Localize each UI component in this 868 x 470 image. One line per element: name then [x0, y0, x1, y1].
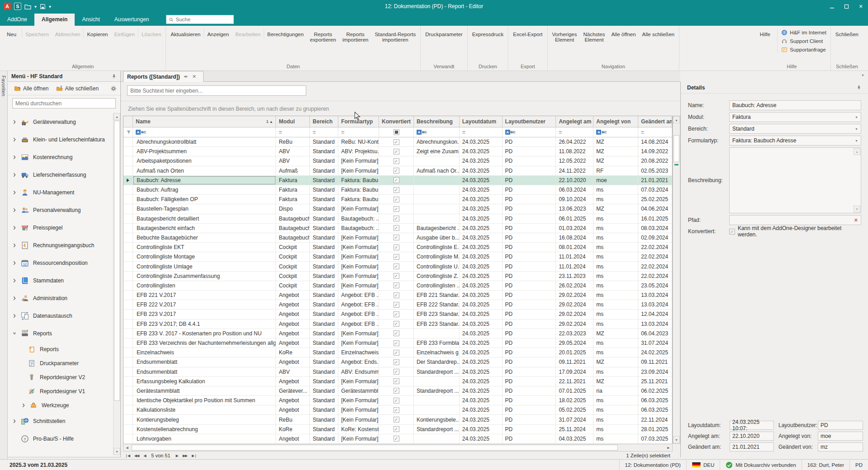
ribbon-button-neu[interactable]: Neu — [1, 28, 22, 38]
column-header-name[interactable]: Name1▲ — [133, 116, 276, 127]
table-row[interactable]: KalkulationslisteAngebotStandard[Kein Fo… — [123, 405, 672, 415]
sidebar-item-reportdesigner-v1[interactable]: Reportdesigner V1 — [8, 384, 112, 398]
checkbox-filter-icon[interactable] — [394, 129, 399, 135]
table-row[interactable]: EndsummenblattAngebotStandardAngebot: En… — [123, 357, 672, 367]
minimize-button[interactable] — [825, 0, 839, 13]
dropdown-arrow-icon[interactable]: ▼ — [855, 116, 858, 119]
table-row[interactable]: Aufmaß nach OrtenAufmaßStandard[Kein For… — [123, 166, 672, 176]
column-header-beschreibung[interactable]: Beschreibung — [414, 116, 460, 127]
filter-cell-geändert-am[interactable]: = — [638, 127, 672, 137]
close-button[interactable]: ✕ — [854, 0, 868, 13]
table-row[interactable]: EFB 223 V.2017; DB 4.4.1AngebotStandardA… — [123, 320, 672, 329]
table-row[interactable]: GerätestammblattGerätever...StandardGerä… — [123, 386, 672, 396]
sidebar-item-reports[interactable]: Reports — [8, 342, 112, 356]
column-header-layoutbenutzer[interactable]: Layoutbenutzer — [503, 116, 556, 127]
table-row[interactable]: EFB 222 V.2017AngebotStandardAngebot: EF… — [123, 300, 672, 310]
ribbon-button-expressdruck[interactable]: Expressdruck — [469, 28, 507, 38]
scrollbar-thumb[interactable] — [674, 135, 679, 162]
table-row[interactable]: Baubuch: AuftragFakturaStandardFaktura: … — [123, 185, 672, 195]
pin-icon[interactable] — [856, 85, 862, 90]
grid-search-box[interactable] — [127, 85, 306, 96]
quickaccess-dropdown-icon[interactable]: ▾ — [49, 4, 51, 9]
sidebar-item-pro-bau-s-hilfe[interactable]: ?Pro-Bau/S - Hilfe — [8, 430, 112, 447]
sidebar-item-klein-und-lieferscheinfaktura[interactable]: Klein- und Lieferscheinfaktura — [8, 131, 112, 148]
sidebar-scrollbar[interactable]: ▲ ▼ — [113, 113, 120, 455]
filter-cell-modul[interactable]: = — [276, 127, 310, 137]
table-row[interactable]: Baubuch: AdresseFakturaStandardFaktura: … — [123, 176, 672, 185]
dropdown-arrow-icon[interactable]: ▼ — [855, 127, 858, 131]
nav-prev-button[interactable]: ◀ — [142, 453, 147, 458]
ribbon-link-h-f-im-internet[interactable]: H&F im Internet — [781, 29, 826, 36]
ribbon-button-kopieren[interactable]: Kopieren — [84, 28, 111, 38]
save-icon[interactable] — [40, 4, 46, 9]
table-row[interactable]: Baustellen-TagesplanDispoStandard[Kein F… — [123, 204, 672, 214]
description-textarea[interactable]: ▲▼ — [729, 147, 861, 213]
sidebar-item-ressourcendisposition[interactable]: 12Ressourcendisposition — [8, 254, 112, 272]
sidebar-item-druckparameter[interactable]: Druckparameter — [8, 356, 112, 370]
table-row[interactable]: Controllingliste EKTCockpitStandard[Kein… — [123, 243, 672, 252]
table-row[interactable]: Controllingliste UmlageCockpitStandard[K… — [123, 262, 672, 271]
scroll-up-icon[interactable]: ▲ — [673, 116, 680, 123]
table-row[interactable]: LohnvorgabenAngebotStandard[Kein Formula… — [123, 434, 672, 444]
table-row[interactable]: Bautagesbericht einfachBautagebuchStanda… — [123, 224, 672, 233]
scroll-right-icon[interactable]: ▶ — [665, 444, 672, 451]
sidebar-item-datenaustausch[interactable]: Datenaustausch — [8, 307, 112, 324]
scrollbar-thumb[interactable] — [132, 445, 618, 451]
maximize-button[interactable] — [839, 0, 854, 13]
ribbon-link-supportanfrage[interactable]: Supportanfrage — [781, 47, 826, 53]
filter-cell-formulartyp[interactable]: = — [338, 127, 379, 137]
clear-path-icon[interactable]: ✕ — [854, 217, 858, 223]
status-language[interactable]: DEU — [686, 460, 720, 470]
grid-horizontal-scrollbar[interactable]: ◀ ▶ — [123, 444, 673, 451]
favorites-strip[interactable]: Favoriten — [0, 71, 8, 459]
favorites-tab[interactable]: Favoriten — [1, 75, 6, 96]
scroll-down-icon[interactable]: ▼ — [114, 448, 120, 455]
filter-cell-bereich[interactable]: = — [310, 127, 338, 137]
sidebar-search-box[interactable] — [12, 98, 116, 108]
menu-tab-ansicht[interactable]: Ansicht — [75, 14, 107, 26]
filter-cell-layoutdatum[interactable]: = — [460, 127, 503, 137]
table-row[interactable]: Controllingliste MontageCockpitStandard[… — [123, 252, 672, 262]
open-file-icon[interactable] — [24, 4, 31, 9]
ribbon-button-anzeigen[interactable]: Anzeigen — [204, 28, 232, 38]
open-all-button[interactable]: Alle öffnen — [11, 84, 52, 93]
table-row[interactable]: KostenstellenabrechnungKoReStandardKoRe:… — [123, 425, 672, 434]
sidebar-item-reportdesigner-v2[interactable]: Reportdesigner V2 — [8, 370, 112, 384]
menu-tab-allgemein[interactable]: Allgemein — [34, 14, 75, 26]
nav-next-page-button[interactable]: ▶▶ — [181, 453, 189, 458]
nav-next-button[interactable]: ▶ — [174, 453, 180, 458]
column-header-angelegt-am[interactable]: Angelegt am — [556, 116, 593, 127]
table-row[interactable]: Bautagesbericht detailliertBautagebuchSt… — [123, 214, 672, 224]
ribbon-button-berechtigungen[interactable]: Berechtigungen — [264, 28, 307, 38]
sidebar-item-kostenrechnung[interactable]: Kostenrechnung — [8, 148, 112, 166]
modul-input[interactable]: Faktura▼ — [729, 112, 861, 122]
ribbon-link-support-client[interactable]: Support Client — [781, 38, 826, 44]
table-row[interactable]: KontierungsbelegReBuStandard[Kein Formul… — [123, 415, 672, 424]
sidebar-item-werkzeuge[interactable]: Werkzeuge — [8, 398, 112, 412]
filter-cell-angelegt-am[interactable]: = — [556, 127, 593, 137]
ribbon-search-box[interactable] — [166, 15, 234, 24]
column-header-modul[interactable]: Modul — [276, 116, 310, 127]
table-row[interactable]: ArbeitspaketpositionenABVStandard[Kein F… — [123, 156, 672, 166]
table-row[interactable]: Erfassungsbeleg KalkulationAngebotStanda… — [123, 377, 672, 386]
table-row[interactable]: Baubuch: Fälligkeiten OPFakturaStandardF… — [123, 195, 672, 204]
sidebar-item-rechnungseingangsbuch[interactable]: €Rechnungseingangsbuch — [8, 236, 112, 254]
scroll-down-icon[interactable]: ▼ — [673, 436, 680, 443]
collapse-panel-icon[interactable]: ▼ — [861, 74, 864, 77]
sidebar-item-geräteverwaltung[interactable]: Geräteverwaltung — [8, 113, 112, 131]
tab-reports-standard[interactable]: Reports ([Standard]) ✕ — [123, 71, 204, 82]
table-row[interactable]: EFB 233 Verzeichnis der Nachunternehmerl… — [123, 338, 672, 348]
table-row[interactable]: AbrechnungskontrollblattReBuStandardReBu… — [123, 137, 672, 147]
table-row[interactable]: EFB 233 V. 2017 - Kostenarten pro Positi… — [123, 329, 672, 338]
table-row[interactable]: EinzelnachweisKoReStandardEinzelnachweis… — [123, 348, 672, 357]
ribbon-button-reports-exportieren[interactable]: Reports exportieren — [307, 28, 339, 43]
column-header-layoutdatum[interactable]: Layoutdatum — [460, 116, 503, 127]
dropdown-arrow-icon[interactable]: ▼ — [855, 139, 858, 142]
table-row[interactable]: EndsummenblattABVStandardABV: Endsumm...… — [123, 367, 672, 377]
ribbon-button-aktualisieren[interactable]: Aktualisieren — [167, 28, 204, 38]
table-row[interactable]: ABV-ProjektsummenABVStandardABV: Projekt… — [123, 147, 672, 156]
filter-cell-name[interactable]: ABC — [133, 127, 276, 137]
ribbon-button-vorheriges-element[interactable]: Vorheriges Element — [549, 28, 580, 43]
ribbon-button-standard-reports-importieren[interactable]: Standard-Reports importieren — [371, 28, 419, 43]
nav-last-button[interactable]: ▶❘ — [190, 453, 199, 458]
